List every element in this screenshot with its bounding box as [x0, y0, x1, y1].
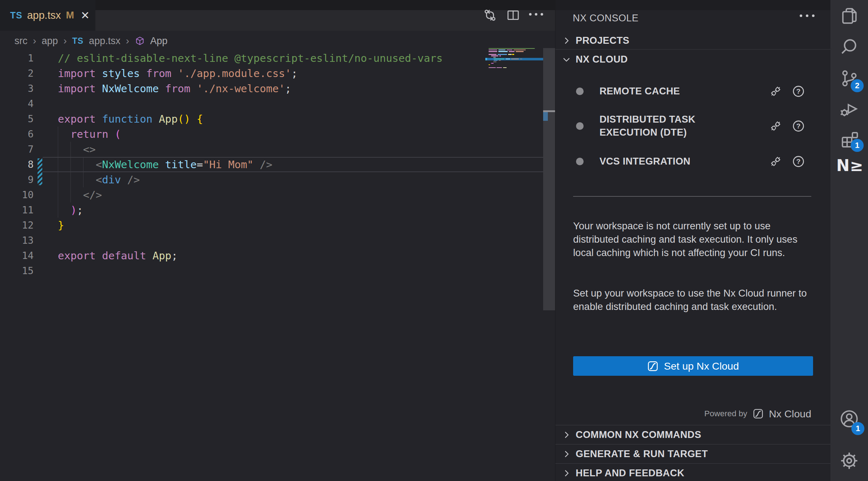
- line-number: 3: [0, 81, 34, 96]
- breadcrumb-file[interactable]: app.tsx: [89, 35, 120, 47]
- close-tab-icon[interactable]: ✕: [81, 9, 90, 22]
- panel-top-strip: [555, 0, 830, 10]
- minimap-code-bar: [511, 59, 519, 59]
- line-number: 7: [0, 142, 34, 157]
- code-line[interactable]: 11 );: [0, 203, 555, 218]
- code-line[interactable]: 1// eslint-disable-next-line @typescript…: [0, 51, 555, 66]
- section-projects[interactable]: PROJECTS: [555, 32, 830, 49]
- explorer-icon[interactable]: [839, 6, 859, 26]
- section-nx-cloud[interactable]: NX CLOUD: [555, 50, 830, 69]
- connect-plug-icon[interactable]: [769, 85, 782, 98]
- bullet-icon: [576, 122, 584, 130]
- minimap-code-bar: [489, 54, 497, 55]
- modified-badge: M: [66, 10, 74, 21]
- line-number: 12: [0, 218, 34, 233]
- code-line[interactable]: 4: [0, 96, 555, 111]
- code-line[interactable]: 13: [0, 233, 555, 248]
- line-number: 13: [0, 233, 34, 248]
- code-line[interactable]: 10 </>: [0, 187, 555, 203]
- section-label: HELP AND FEEDBACK: [576, 468, 684, 479]
- code-line[interactable]: 14export default App;: [0, 248, 555, 263]
- help-question-icon[interactable]: ?: [792, 85, 805, 98]
- feature-label: DISTRIBUTED TASK EXECUTION (DTE): [600, 113, 733, 139]
- code-text: <>: [58, 142, 96, 157]
- run-and-debug-icon[interactable]: [839, 99, 859, 119]
- svg-text:?: ?: [796, 157, 801, 165]
- code-line[interactable]: 6 return (: [0, 127, 555, 142]
- chevron-down-icon: [562, 55, 571, 64]
- minimap-code-bar: [493, 57, 496, 58]
- feature-label: VCS INTEGRATION: [600, 155, 691, 168]
- collapsed-sections: COMMON NX COMMANDS GENERATE & RUN TARGET…: [555, 425, 830, 481]
- section-label: COMMON NX COMMANDS: [576, 429, 701, 440]
- section-label: PROJECTS: [576, 35, 629, 46]
- activity-bar: 2 1 N≥ 1: [830, 0, 868, 481]
- code-line[interactable]: 3import NxWelcome from './nx-welcome';: [0, 81, 555, 96]
- split-editor-icon[interactable]: [506, 8, 520, 22]
- powered-by-label: Powered by: [704, 409, 747, 418]
- nx-console-panel: NX CONSOLE PROJECTS NX CLOUD REMOTE CACH…: [555, 0, 830, 481]
- code-line[interactable]: 2import styles from './app.module.css';: [0, 66, 555, 81]
- section-help-and-feedback[interactable]: HELP AND FEEDBACK: [555, 463, 830, 481]
- minimap[interactable]: [489, 48, 543, 74]
- minimap-code-bar: [489, 51, 497, 52]
- minimap-code-bar: [489, 67, 496, 68]
- panel-more-actions-icon[interactable]: [800, 14, 815, 17]
- bullet-icon: [576, 88, 584, 95]
- symbol-cube-icon: [135, 36, 145, 46]
- code-text: export default App;: [58, 248, 178, 263]
- line-number: 2: [0, 66, 34, 81]
- chevron-right-icon: [562, 468, 571, 478]
- code-text: import NxWelcome from './nx-welcome';: [58, 81, 291, 96]
- nx-console-icon[interactable]: N≥: [835, 156, 864, 175]
- help-question-icon[interactable]: ?: [792, 155, 805, 168]
- minimap-code-bar: [499, 55, 501, 56]
- editor-more-actions-icon[interactable]: [529, 13, 543, 16]
- minimap-code-bar: [503, 67, 507, 68]
- nx-cloud-logo-icon: [647, 361, 658, 372]
- nx-cloud-logo-icon: [753, 408, 764, 419]
- code-line[interactable]: 5export function App() {: [0, 111, 555, 127]
- chevron-right-icon: [562, 430, 571, 440]
- line-number: 10: [0, 187, 34, 203]
- tab-filename: app.tsx: [27, 9, 61, 21]
- breadcrumb-app[interactable]: app: [42, 35, 58, 47]
- section-common-nx-commands[interactable]: COMMON NX COMMANDS: [555, 425, 830, 444]
- tab-app-tsx[interactable]: TS app.tsx M ✕: [0, 0, 95, 31]
- chevron-right-icon: [562, 449, 571, 459]
- line-number: 1: [0, 51, 34, 66]
- code-line[interactable]: 12}: [0, 218, 555, 233]
- line-number: 5: [0, 111, 34, 127]
- code-line[interactable]: 8 <NxWelcome title="Hi Mom" />: [0, 157, 555, 172]
- search-icon[interactable]: [839, 37, 859, 57]
- bullet-icon: [576, 158, 584, 165]
- typescript-file-icon: TS: [72, 36, 83, 46]
- minimap-code-bar: [507, 50, 512, 50]
- minimap-code-bar: [498, 51, 508, 52]
- chevron-right-icon: ›: [126, 35, 129, 47]
- code-text: );: [58, 203, 83, 218]
- overview-ruler-modified-marker: [543, 112, 548, 121]
- settings-gear-icon[interactable]: [839, 451, 859, 471]
- line-number: 11: [0, 203, 34, 218]
- breadcrumb-src[interactable]: src: [14, 35, 27, 47]
- code-text: import styles from './app.module.css';: [58, 66, 298, 81]
- minimap-code-bar: [520, 59, 522, 59]
- code-editor[interactable]: 1// eslint-disable-next-line @typescript…: [0, 51, 555, 278]
- help-question-icon[interactable]: ?: [792, 119, 805, 133]
- code-line[interactable]: 7 <>: [0, 142, 555, 157]
- code-line[interactable]: 9 <div />: [0, 172, 555, 187]
- minimap-code-bar: [497, 67, 502, 68]
- connect-plug-icon[interactable]: [769, 155, 782, 168]
- section-generate-run-target[interactable]: GENERATE & RUN TARGET: [555, 444, 830, 463]
- connect-plug-icon[interactable]: [769, 119, 782, 133]
- minimap-code-bar: [491, 63, 494, 64]
- setup-nx-cloud-button[interactable]: Set up Nx Cloud: [573, 356, 813, 376]
- line-number: 6: [0, 127, 34, 142]
- breadcrumb-symbol[interactable]: App: [150, 35, 168, 47]
- section-label: GENERATE & RUN TARGET: [576, 448, 708, 460]
- editor-scrollbar[interactable]: [543, 48, 555, 310]
- chevron-right-icon: ›: [63, 35, 66, 47]
- code-line[interactable]: 15: [0, 263, 555, 278]
- open-changes-icon[interactable]: [483, 8, 497, 22]
